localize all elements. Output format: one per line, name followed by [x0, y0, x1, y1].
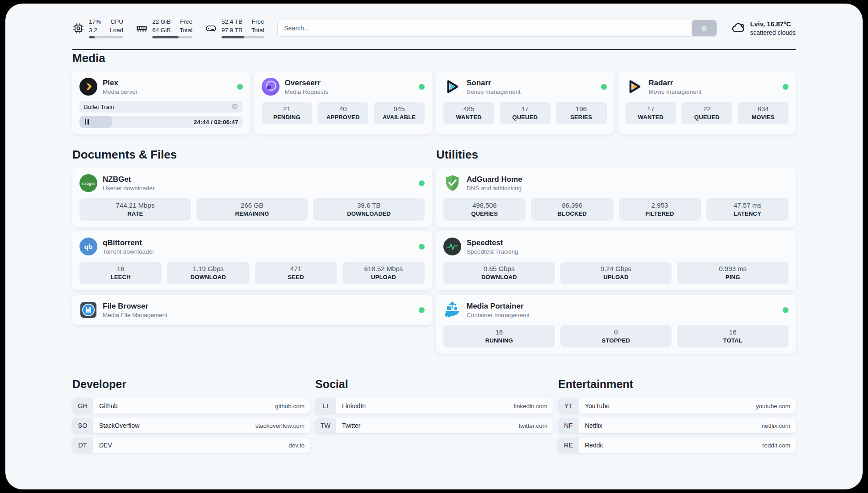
stat-latency: 47.57 ms LATENCY [706, 198, 789, 221]
cpu-load-label: Load [110, 26, 123, 35]
app-card-speedtest[interactable]: Speedtest Speedtest Tracking 9.65 Gbps D… [436, 231, 796, 290]
entertainment-column: Entertainment YT YouTube youtube.com NF … [558, 376, 796, 453]
stat-running: 16 RUNNING [443, 325, 555, 347]
disk-icon [205, 22, 217, 34]
app-card-adguard[interactable]: AdGuard Home DNS and adblocking 498,508 … [436, 168, 796, 227]
stat-upload: 9.24 Gbps UPLOAD [560, 262, 672, 284]
stat-ping: 0.993 ms PING [677, 262, 789, 284]
playback-time: 24:44 / 02:06:47 [194, 119, 238, 125]
search-bar: G [277, 20, 717, 37]
app-card-overseerr[interactable]: Overseerr Media Requests 21 PENDING 40 A… [255, 71, 432, 134]
app-card-nzbget[interactable]: nzbget NZBGet Usenet downloader 744.21 M… [72, 168, 432, 227]
status-online-dot [419, 307, 425, 313]
status-online-dot [783, 84, 789, 90]
bookmark-dev[interactable]: DT DEV dev.to [72, 438, 310, 453]
app-description: Series management [467, 88, 521, 95]
app-description: Movie management [649, 88, 702, 95]
stat-queued: 22 QUEUED [681, 102, 732, 124]
bookmark-domain: reddit.com [762, 442, 790, 449]
adguard-icon [443, 174, 461, 192]
bookmark-domain: github.com [275, 403, 305, 409]
bookmark-twitter[interactable]: TW Twitter twitter.com [315, 418, 553, 433]
stat-stopped: 0 STOPPED [560, 325, 672, 347]
app-name: Speedtest [467, 238, 518, 247]
svg-text:nzbget: nzbget [82, 181, 95, 186]
app-name: Media Portainer [467, 302, 530, 311]
app-description: Usenet downloader [103, 185, 154, 192]
app-description: Container management [467, 312, 530, 318]
stat-downloaded: 39.6 TB DOWNLOADED [313, 198, 425, 221]
stat-remaining: 266 GB REMAINING [196, 198, 308, 221]
system-stats: 17% 3.2 CPU Load [72, 18, 264, 39]
qbittorrent-icon: qb [79, 238, 97, 255]
dashboard-page: 17% 3.2 CPU Load [5, 4, 863, 489]
cpu-progress-bar [89, 36, 123, 38]
playback-progress-fill [79, 116, 112, 128]
app-description: Media Requests [285, 88, 329, 95]
disk-total-value: 97.9 TB [221, 26, 242, 35]
app-name: Sonarr [467, 79, 521, 88]
stat-series: 196 SERIES [556, 102, 607, 124]
bookmark-linkedin[interactable]: LI LinkedIn linkedin.com [315, 398, 553, 414]
bookmark-name: DEV [99, 442, 112, 449]
stat-blocked: 86,396 BLOCKED [531, 198, 613, 221]
bookmark-name: Netflix [585, 422, 602, 429]
app-name: qBittorrent [103, 238, 154, 247]
stat-pending: 21 PENDING [262, 102, 313, 124]
disk-total-label: Total [251, 26, 264, 35]
now-playing-title: Bullet Train [84, 104, 231, 110]
status-online-dot [419, 84, 425, 90]
cpu-percent: 17% [89, 18, 101, 26]
plex-icon [79, 78, 97, 96]
bookmark-domain: stackoverflow.com [255, 422, 305, 429]
section-title-utilities: Utilities [436, 146, 796, 163]
bookmark-youtube[interactable]: YT YouTube youtube.com [558, 398, 796, 414]
app-card-portainer[interactable]: Media Portainer Container management 16 … [436, 295, 796, 354]
cpu-load-value: 3.2 [89, 26, 97, 35]
now-playing-row[interactable]: Bullet Train [79, 101, 243, 113]
disk-free-label: Free [252, 18, 264, 26]
weather-widget: Lviv, 16.87°C scattered clouds [730, 20, 796, 37]
bookmark-netflix[interactable]: NF Netflix netflix.com [558, 418, 796, 433]
weather-location-temp: Lviv, 16.87°C [750, 20, 796, 29]
stat-seed: 471 SEED [255, 262, 337, 284]
ram-stat-widget: 22 GiB 64 GiB Free Total [136, 18, 192, 39]
bookmark-abbr: DT [72, 438, 93, 453]
bookmark-domain: netflix.com [761, 422, 790, 429]
search-input[interactable] [278, 20, 692, 36]
app-name: Overseerr [285, 79, 329, 88]
ram-free-label: Free [180, 18, 192, 26]
stat-download: 9.65 Gbps DOWNLOAD [443, 262, 555, 284]
section-title-developer: Developer [72, 376, 310, 392]
pause-icon[interactable] [85, 119, 89, 125]
app-card-filebrowser[interactable]: File Browser Media File Management [72, 295, 432, 325]
app-card-sonarr[interactable]: Sonarr Series management 485 WANTED 17 Q… [436, 71, 614, 134]
stat-approved: 40 APPROVED [317, 102, 368, 124]
bookmark-domain: youtube.com [756, 403, 790, 409]
bookmark-name: Twitter [342, 422, 360, 429]
status-online-dot [601, 84, 607, 90]
stat-queries: 498,508 QUERIES [443, 198, 526, 221]
search-engine-button[interactable]: G [692, 20, 717, 36]
cloud-icon [730, 20, 746, 37]
bookmark-domain: dev.to [288, 442, 305, 449]
stat-upload: 618.52 Mbps UPLOAD [342, 262, 425, 284]
bookmark-github[interactable]: GH Github github.com [72, 398, 310, 414]
bookmark-abbr: SO [72, 418, 93, 433]
bookmark-name: Github [99, 402, 117, 409]
bookmark-reddit[interactable]: RE Reddit reddit.com [558, 438, 796, 453]
app-card-radarr[interactable]: Radarr Movie management 17 WANTED 22 QUE… [618, 71, 796, 134]
bookmark-name: StackOverflow [99, 422, 139, 429]
app-card-plex[interactable]: Plex Media server Bullet Train 24:44 / 0… [72, 71, 250, 134]
status-online-dot [419, 244, 425, 250]
ram-total-value: 64 GiB [152, 26, 171, 35]
bookmark-abbr: TW [315, 418, 336, 433]
section-title-media: Media [72, 50, 796, 66]
bookmark-name: LinkedIn [342, 402, 366, 409]
documents-column: Documents & Files nzbget NZBGet U [72, 146, 432, 325]
section-title-entertainment: Entertainment [558, 376, 796, 392]
app-description: DNS and adblocking [467, 185, 522, 192]
bookmark-stackoverflow[interactable]: SO StackOverflow stackoverflow.com [72, 418, 310, 433]
social-column: Social LI LinkedIn linkedin.com TW Twitt… [315, 376, 553, 453]
app-card-qbittorrent[interactable]: qb qBittorrent Torrent downloader 16 LEE… [72, 231, 432, 290]
